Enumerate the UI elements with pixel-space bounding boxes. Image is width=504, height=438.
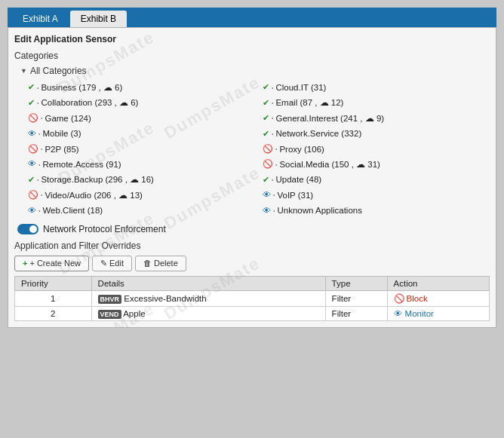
eye-icon: 👁 — [263, 188, 271, 202]
detail-label: Excessive-Bandwidth — [124, 294, 206, 303]
cat-label: Network.Service (332) — [275, 127, 361, 140]
action-label: Monitor — [405, 309, 434, 318]
eye-icon: 👁 — [394, 309, 403, 318]
tab-exhibit-a[interactable]: Exhibit A — [12, 11, 69, 27]
delete-button[interactable]: 🗑 Delete — [135, 256, 186, 271]
col-action: Action — [387, 276, 489, 290]
check-icon: ✔ — [263, 81, 269, 94]
categories-grid: ✔ • Business (179 , ☁ 6) ✔ • Cloud.IT (3… — [28, 81, 490, 218]
plus-icon: + — [23, 259, 27, 268]
dot-icon: • — [37, 176, 38, 184]
row-type: Filter — [325, 290, 387, 306]
eye-icon: 👁 — [28, 158, 36, 171]
check-icon: ✔ — [28, 173, 35, 187]
col-type: Type — [325, 276, 387, 290]
create-label: + Create New — [29, 259, 81, 268]
cat-label: Cloud.IT (31) — [275, 81, 326, 94]
category-tree: ▼ All Categories ✔ • Business (179 , ☁ 6… — [20, 66, 490, 218]
list-item: ✔ • Storage.Backup (296 , ☁ 16) — [28, 173, 255, 186]
cat-label: VoIP (31) — [277, 188, 313, 202]
action-block: 🚫 Block — [394, 293, 483, 304]
check-icon: ✔ — [28, 81, 35, 94]
col-priority: Priority — [15, 276, 92, 290]
list-item: 👁 • Web.Client (18) — [28, 204, 255, 217]
tab-bar: Exhibit A Exhibit B — [8, 8, 496, 27]
list-item: 🚫 • Game (124) — [28, 112, 255, 125]
network-protocol-toggle[interactable] — [17, 224, 38, 234]
network-protocol-row: Network Protocol Enforcement — [17, 224, 490, 234]
eye-icon: 👁 — [263, 204, 271, 218]
dot-icon: • — [272, 130, 273, 138]
check-icon: ✔ — [28, 96, 35, 110]
list-item: 🚫 • Social.Media (150 , ☁ 31) — [263, 158, 490, 171]
cat-label: Unknown Applications — [277, 204, 362, 217]
dot-icon: • — [275, 161, 277, 169]
cat-label: Web.Client (18) — [42, 204, 103, 217]
block-icon: 🚫 — [263, 158, 273, 171]
tag-bhvr: BHVR — [98, 295, 122, 304]
table-row: 1 BHVR Excessive-Bandwidth Filter 🚫 Bloc… — [15, 290, 490, 306]
row-priority: 1 — [15, 290, 92, 306]
check-icon: ✔ — [263, 173, 269, 187]
create-new-button[interactable]: + + Create New — [14, 256, 89, 271]
col-details: Details — [91, 276, 325, 290]
row-action: 🚫 Block — [387, 290, 489, 306]
categories-label: Categories — [14, 51, 490, 61]
cat-label: Update (48) — [275, 173, 321, 186]
dot-icon: • — [37, 99, 38, 107]
action-label: Block — [407, 294, 428, 303]
check-icon: ✔ — [263, 127, 269, 141]
block-icon: 🚫 — [394, 293, 404, 304]
block-icon: 🚫 — [28, 142, 38, 156]
cat-label: Email (87 , ☁ 12) — [275, 96, 343, 109]
dot-icon: • — [41, 191, 42, 199]
panel-title: Edit Application Sensor — [14, 34, 490, 44]
row-type: Filter — [325, 306, 387, 320]
block-icon: 🚫 — [28, 112, 38, 125]
cat-label: Business (179 , ☁ 6) — [41, 81, 122, 94]
cat-label: Proxy (106) — [279, 142, 324, 156]
list-item: 🚫 • P2P (85) — [28, 142, 255, 156]
edit-icon: ✎ — [100, 259, 107, 268]
network-protocol-label: Network Protocol Enforcement — [43, 224, 166, 234]
overrides-toolbar: + + Create New ✎ Edit 🗑 Delete — [14, 256, 490, 271]
cat-label: Game (124) — [45, 112, 91, 125]
cat-label: General.Interest (241 , ☁ 9) — [275, 112, 384, 125]
delete-label: Delete — [154, 259, 178, 268]
eye-icon: 👁 — [28, 204, 36, 218]
block-icon: 🚫 — [263, 142, 273, 156]
all-categories-label: All Categories — [30, 66, 87, 76]
cat-label: Social.Media (150 , ☁ 31) — [279, 158, 380, 171]
list-item: 👁 • Mobile (3) — [28, 127, 255, 140]
list-item: ✔ • Update (48) — [263, 173, 490, 186]
row-details: VEND Apple — [91, 306, 325, 320]
list-item: ✔ • General.Interest (241 , ☁ 9) — [263, 112, 490, 125]
dot-icon: • — [41, 114, 42, 122]
list-item: ✔ • Business (179 , ☁ 6) — [28, 81, 255, 94]
expand-triangle-icon: ▼ — [20, 67, 27, 75]
dot-icon: • — [272, 99, 273, 107]
list-item: 👁 • Unknown Applications — [263, 204, 490, 217]
list-item: ✔ • Email (87 , ☁ 12) — [263, 96, 490, 109]
list-item: 🚫 • Video/Audio (206 , ☁ 13) — [28, 188, 255, 202]
dot-icon: • — [273, 191, 275, 199]
check-icon: ✔ — [263, 96, 269, 110]
list-item: 🚫 • Proxy (106) — [263, 142, 490, 156]
eye-icon: 👁 — [28, 127, 36, 141]
overrides-title: Application and Filter Overrides — [14, 240, 490, 251]
detail-label: Apple — [123, 309, 145, 318]
overrides-section: Application and Filter Overrides + + Cre… — [14, 240, 490, 321]
check-icon: ✔ — [263, 112, 269, 125]
edit-button[interactable]: ✎ Edit — [92, 256, 132, 271]
dot-icon: • — [37, 84, 38, 92]
list-item: 👁 • Remote.Access (91) — [28, 158, 255, 171]
block-icon: 🚫 — [28, 188, 38, 202]
overrides-table: Priority Details Type Action 1 BHVR Exce… — [14, 276, 490, 321]
tab-exhibit-b[interactable]: Exhibit B — [70, 11, 127, 27]
cat-label: Mobile (3) — [42, 127, 81, 140]
list-item: ✔ • Cloud.IT (31) — [263, 81, 490, 94]
list-item: 👁 • VoIP (31) — [263, 188, 490, 202]
table-row: 2 VEND Apple Filter 👁 Monitor — [15, 306, 490, 320]
cat-label: Remote.Access (91) — [42, 158, 121, 171]
trash-icon: 🗑 — [143, 259, 152, 268]
